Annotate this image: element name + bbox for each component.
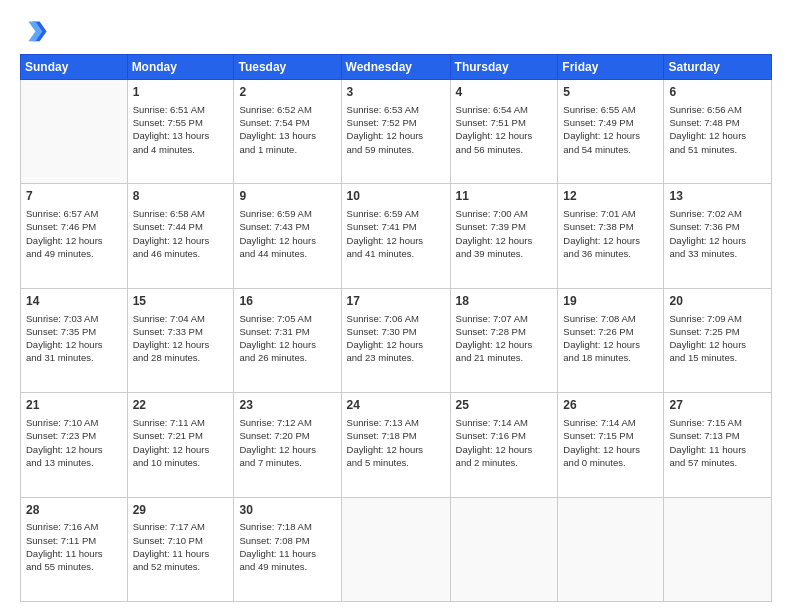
calendar-cell: 2Sunrise: 6:52 AM Sunset: 7:54 PM Daylig… [234,80,341,184]
calendar-cell: 18Sunrise: 7:07 AM Sunset: 7:28 PM Dayli… [450,288,558,392]
day-info: Sunrise: 6:55 AM Sunset: 7:49 PM Dayligh… [563,103,658,156]
calendar-cell: 12Sunrise: 7:01 AM Sunset: 7:38 PM Dayli… [558,184,664,288]
calendar-week-5: 28Sunrise: 7:16 AM Sunset: 7:11 PM Dayli… [21,497,772,601]
day-info: Sunrise: 6:57 AM Sunset: 7:46 PM Dayligh… [26,207,122,260]
calendar-cell: 14Sunrise: 7:03 AM Sunset: 7:35 PM Dayli… [21,288,128,392]
day-info: Sunrise: 7:14 AM Sunset: 7:15 PM Dayligh… [563,416,658,469]
day-number: 23 [239,397,335,414]
calendar-cell: 3Sunrise: 6:53 AM Sunset: 7:52 PM Daylig… [341,80,450,184]
day-number: 5 [563,84,658,101]
day-info: Sunrise: 6:59 AM Sunset: 7:41 PM Dayligh… [347,207,445,260]
day-number: 6 [669,84,766,101]
day-number: 4 [456,84,553,101]
header-row: SundayMondayTuesdayWednesdayThursdayFrid… [21,55,772,80]
day-number: 21 [26,397,122,414]
calendar-cell: 5Sunrise: 6:55 AM Sunset: 7:49 PM Daylig… [558,80,664,184]
day-info: Sunrise: 6:54 AM Sunset: 7:51 PM Dayligh… [456,103,553,156]
day-number: 24 [347,397,445,414]
day-info: Sunrise: 6:56 AM Sunset: 7:48 PM Dayligh… [669,103,766,156]
weekday-header-saturday: Saturday [664,55,772,80]
day-info: Sunrise: 6:53 AM Sunset: 7:52 PM Dayligh… [347,103,445,156]
day-number: 8 [133,188,229,205]
day-info: Sunrise: 6:52 AM Sunset: 7:54 PM Dayligh… [239,103,335,156]
day-number: 11 [456,188,553,205]
weekday-header-sunday: Sunday [21,55,128,80]
day-number: 26 [563,397,658,414]
calendar-body: 1Sunrise: 6:51 AM Sunset: 7:55 PM Daylig… [21,80,772,602]
calendar-cell [341,497,450,601]
calendar-cell: 24Sunrise: 7:13 AM Sunset: 7:18 PM Dayli… [341,393,450,497]
calendar-cell: 26Sunrise: 7:14 AM Sunset: 7:15 PM Dayli… [558,393,664,497]
weekday-header-thursday: Thursday [450,55,558,80]
calendar-week-4: 21Sunrise: 7:10 AM Sunset: 7:23 PM Dayli… [21,393,772,497]
day-info: Sunrise: 7:12 AM Sunset: 7:20 PM Dayligh… [239,416,335,469]
calendar-header: SundayMondayTuesdayWednesdayThursdayFrid… [21,55,772,80]
day-info: Sunrise: 7:14 AM Sunset: 7:16 PM Dayligh… [456,416,553,469]
calendar-cell: 22Sunrise: 7:11 AM Sunset: 7:21 PM Dayli… [127,393,234,497]
calendar-cell [558,497,664,601]
calendar-cell: 28Sunrise: 7:16 AM Sunset: 7:11 PM Dayli… [21,497,128,601]
calendar-cell: 23Sunrise: 7:12 AM Sunset: 7:20 PM Dayli… [234,393,341,497]
calendar-cell: 16Sunrise: 7:05 AM Sunset: 7:31 PM Dayli… [234,288,341,392]
day-number: 28 [26,502,122,519]
calendar-cell [664,497,772,601]
day-info: Sunrise: 7:13 AM Sunset: 7:18 PM Dayligh… [347,416,445,469]
calendar-table: SundayMondayTuesdayWednesdayThursdayFrid… [20,54,772,602]
day-info: Sunrise: 7:06 AM Sunset: 7:30 PM Dayligh… [347,312,445,365]
day-number: 2 [239,84,335,101]
calendar-cell: 19Sunrise: 7:08 AM Sunset: 7:26 PM Dayli… [558,288,664,392]
day-number: 30 [239,502,335,519]
day-info: Sunrise: 7:15 AM Sunset: 7:13 PM Dayligh… [669,416,766,469]
header [20,16,772,44]
calendar-cell: 20Sunrise: 7:09 AM Sunset: 7:25 PM Dayli… [664,288,772,392]
day-number: 14 [26,293,122,310]
day-info: Sunrise: 7:09 AM Sunset: 7:25 PM Dayligh… [669,312,766,365]
calendar-cell: 29Sunrise: 7:17 AM Sunset: 7:10 PM Dayli… [127,497,234,601]
calendar-cell: 8Sunrise: 6:58 AM Sunset: 7:44 PM Daylig… [127,184,234,288]
day-info: Sunrise: 6:58 AM Sunset: 7:44 PM Dayligh… [133,207,229,260]
day-info: Sunrise: 7:00 AM Sunset: 7:39 PM Dayligh… [456,207,553,260]
page: SundayMondayTuesdayWednesdayThursdayFrid… [0,0,792,612]
calendar-week-3: 14Sunrise: 7:03 AM Sunset: 7:35 PM Dayli… [21,288,772,392]
calendar-cell: 4Sunrise: 6:54 AM Sunset: 7:51 PM Daylig… [450,80,558,184]
day-info: Sunrise: 7:03 AM Sunset: 7:35 PM Dayligh… [26,312,122,365]
day-info: Sunrise: 6:59 AM Sunset: 7:43 PM Dayligh… [239,207,335,260]
calendar-cell: 11Sunrise: 7:00 AM Sunset: 7:39 PM Dayli… [450,184,558,288]
day-number: 27 [669,397,766,414]
calendar-cell: 1Sunrise: 6:51 AM Sunset: 7:55 PM Daylig… [127,80,234,184]
day-number: 20 [669,293,766,310]
day-number: 7 [26,188,122,205]
logo-icon [20,16,48,44]
calendar-cell: 15Sunrise: 7:04 AM Sunset: 7:33 PM Dayli… [127,288,234,392]
day-info: Sunrise: 7:04 AM Sunset: 7:33 PM Dayligh… [133,312,229,365]
calendar-cell: 27Sunrise: 7:15 AM Sunset: 7:13 PM Dayli… [664,393,772,497]
day-info: Sunrise: 7:17 AM Sunset: 7:10 PM Dayligh… [133,520,229,573]
day-number: 15 [133,293,229,310]
day-info: Sunrise: 7:18 AM Sunset: 7:08 PM Dayligh… [239,520,335,573]
weekday-header-friday: Friday [558,55,664,80]
day-info: Sunrise: 7:10 AM Sunset: 7:23 PM Dayligh… [26,416,122,469]
calendar-cell: 10Sunrise: 6:59 AM Sunset: 7:41 PM Dayli… [341,184,450,288]
day-number: 13 [669,188,766,205]
calendar-cell: 9Sunrise: 6:59 AM Sunset: 7:43 PM Daylig… [234,184,341,288]
calendar-cell: 21Sunrise: 7:10 AM Sunset: 7:23 PM Dayli… [21,393,128,497]
day-number: 19 [563,293,658,310]
day-number: 12 [563,188,658,205]
weekday-header-wednesday: Wednesday [341,55,450,80]
day-number: 17 [347,293,445,310]
day-number: 3 [347,84,445,101]
calendar-cell: 6Sunrise: 6:56 AM Sunset: 7:48 PM Daylig… [664,80,772,184]
calendar-cell: 17Sunrise: 7:06 AM Sunset: 7:30 PM Dayli… [341,288,450,392]
day-info: Sunrise: 7:01 AM Sunset: 7:38 PM Dayligh… [563,207,658,260]
calendar-cell: 7Sunrise: 6:57 AM Sunset: 7:46 PM Daylig… [21,184,128,288]
day-info: Sunrise: 6:51 AM Sunset: 7:55 PM Dayligh… [133,103,229,156]
day-number: 22 [133,397,229,414]
weekday-header-tuesday: Tuesday [234,55,341,80]
day-info: Sunrise: 7:05 AM Sunset: 7:31 PM Dayligh… [239,312,335,365]
day-number: 10 [347,188,445,205]
calendar-week-2: 7Sunrise: 6:57 AM Sunset: 7:46 PM Daylig… [21,184,772,288]
day-number: 18 [456,293,553,310]
day-number: 29 [133,502,229,519]
day-number: 16 [239,293,335,310]
calendar-cell [450,497,558,601]
